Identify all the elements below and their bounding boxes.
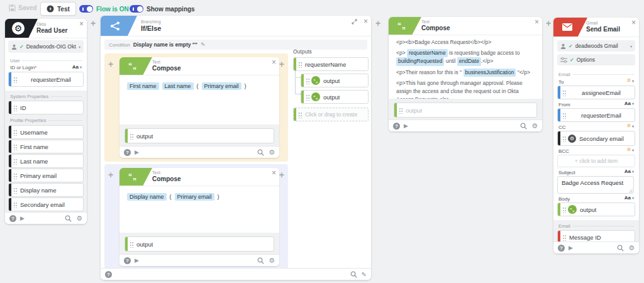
token-pill[interactable]: First name [127, 82, 159, 90]
add-step-button[interactable]: + [91, 19, 96, 28]
output-field-first-name[interactable]: First name [8, 140, 84, 153]
add-step-button[interactable]: + [108, 60, 113, 69]
test-button[interactable]: Test [40, 2, 76, 16]
output-field[interactable]: output [394, 103, 537, 118]
gear-icon[interactable]: ⚙ [531, 123, 538, 130]
resize-handle[interactable] [629, 189, 633, 192]
drag-handle-icon[interactable] [130, 241, 134, 248]
drag-handle-icon[interactable] [130, 133, 134, 140]
search-icon[interactable] [350, 271, 357, 278]
output-field[interactable]: output [125, 236, 274, 252]
search-icon[interactable] [520, 123, 527, 130]
bcc-list-control[interactable]: ≡▾ [627, 147, 634, 152]
drag-handle-icon[interactable] [13, 187, 18, 194]
token-pill[interactable]: Primary email [202, 82, 242, 90]
subject-aa-control[interactable]: Aa▾ [625, 169, 634, 174]
search-icon[interactable] [617, 245, 624, 252]
cc-input[interactable]: ⚙ Secondary email [557, 131, 635, 146]
output-field-display-name[interactable]: Display name [8, 183, 84, 197]
drag-handle-icon[interactable] [562, 89, 567, 96]
from-aa-control[interactable]: Aa▾ [625, 101, 634, 106]
close-icon[interactable]: × [631, 19, 636, 26]
close-icon[interactable]: × [272, 58, 276, 66]
run-step-icon[interactable]: ▶ [135, 150, 139, 155]
token-pill[interactable]: businessJustification [464, 69, 516, 77]
from-input[interactable]: requesterEmail [557, 108, 635, 122]
drag-handle-icon[interactable] [13, 129, 18, 136]
if-else-output-value[interactable]: “„ output [301, 74, 369, 87]
close-icon[interactable]: × [272, 169, 276, 177]
edit-condition-icon[interactable]: ✎ [201, 42, 206, 48]
bcc-input[interactable]: + click to add item [557, 155, 635, 167]
gmail-account-select[interactable]: ✓ deadwoods Gmail ▾ [557, 40, 635, 52]
drag-handle-icon[interactable] [13, 172, 18, 179]
compose-template-area[interactable]: <p><b>Badge Access Request</b></p> <p> r… [396, 38, 536, 106]
gear-icon[interactable]: ⚙ [628, 245, 635, 252]
run-step-icon[interactable]: ▶ [404, 123, 408, 129]
create-output-dropzone[interactable]: Click or drag to create [293, 108, 369, 121]
drag-handle-icon[interactable] [13, 158, 18, 165]
drag-handle-icon[interactable] [13, 201, 18, 208]
compose-template-area[interactable]: First name Last name ( Primary email ) [127, 82, 274, 90]
drag-handle-icon[interactable] [306, 94, 310, 101]
add-step-button[interactable]: + [279, 170, 284, 179]
search-icon[interactable] [65, 215, 72, 222]
output-field-primary-email[interactable]: Primary email [8, 169, 84, 182]
token-pill[interactable]: endDate [457, 57, 481, 65]
gear-icon[interactable]: ⚙ [76, 215, 82, 222]
drag-handle-icon[interactable] [399, 107, 403, 114]
drag-handle-icon[interactable] [13, 104, 18, 111]
drag-handle-icon[interactable] [562, 234, 567, 241]
drag-handle-icon[interactable] [13, 143, 18, 150]
output-field-username[interactable]: Username [8, 125, 84, 139]
close-icon[interactable]: × [535, 18, 539, 26]
to-input[interactable]: assigneeEmail [557, 86, 635, 99]
search-icon[interactable] [257, 149, 264, 156]
add-step-button[interactable]: + [279, 60, 284, 69]
drag-handle-icon[interactable] [298, 111, 303, 118]
close-icon[interactable]: × [364, 18, 368, 25]
close-icon[interactable]: × [79, 20, 84, 28]
add-step-button[interactable]: + [375, 19, 380, 28]
if-else-output-requesterName[interactable]: requesterName [293, 57, 369, 71]
token-pill[interactable]: requesterName [407, 49, 448, 57]
body-input[interactable]: “„ output [557, 203, 635, 216]
subject-input[interactable]: Badge Access Request [557, 176, 634, 194]
run-step-icon[interactable]: ▶ [20, 216, 25, 221]
help-icon[interactable]: ? [393, 123, 400, 130]
token-pill[interactable]: Display name [127, 193, 167, 201]
add-step-button[interactable]: + [108, 170, 113, 179]
token-pill[interactable]: buildingRequested [396, 57, 444, 65]
output-field-id[interactable]: ID [8, 101, 84, 114]
flow-on-toggle[interactable] [79, 5, 93, 13]
id-or-login-input[interactable]: requesterEmail [8, 72, 84, 87]
help-icon[interactable]: ? [9, 215, 16, 222]
gear-icon[interactable]: ⚙ [269, 257, 275, 264]
run-step-icon[interactable]: ▶ [569, 245, 573, 251]
help-icon[interactable]: ? [105, 271, 112, 278]
to-list-control[interactable]: ≡▾ [627, 78, 634, 83]
add-step-button[interactable]: + [546, 19, 551, 28]
drag-handle-icon[interactable] [306, 77, 310, 84]
if-else-output-value[interactable]: “„ output [301, 90, 369, 104]
drag-handle-icon[interactable] [13, 76, 18, 83]
pencil-icon[interactable]: ✎ [362, 271, 367, 278]
collapse-icon[interactable] [352, 19, 357, 25]
output-field[interactable]: output [125, 128, 274, 143]
output-field-last-name[interactable]: Last name [8, 154, 84, 168]
output-field-secondary-email[interactable]: Secondary email [8, 197, 84, 211]
token-pill[interactable]: Primary email [175, 193, 214, 201]
token-pill[interactable]: Last name [162, 82, 194, 90]
drag-handle-icon[interactable] [562, 135, 567, 142]
help-icon[interactable]: ? [558, 245, 565, 252]
drag-handle-icon[interactable] [298, 61, 303, 68]
saved-button[interactable]: Saved [9, 4, 36, 11]
cc-list-control[interactable]: ≡▾ [627, 123, 634, 128]
field-type-aa-control[interactable]: Aa▾ [72, 64, 82, 70]
help-icon[interactable]: ? [124, 149, 131, 156]
okta-account-select[interactable]: ✓ Deadwoods-OIG Okta ▾ [8, 40, 84, 53]
help-icon[interactable]: ? [124, 257, 131, 264]
show-mappings-toggle[interactable] [130, 5, 143, 13]
gear-icon[interactable]: ⚙ [269, 149, 275, 156]
search-icon[interactable] [257, 257, 264, 264]
